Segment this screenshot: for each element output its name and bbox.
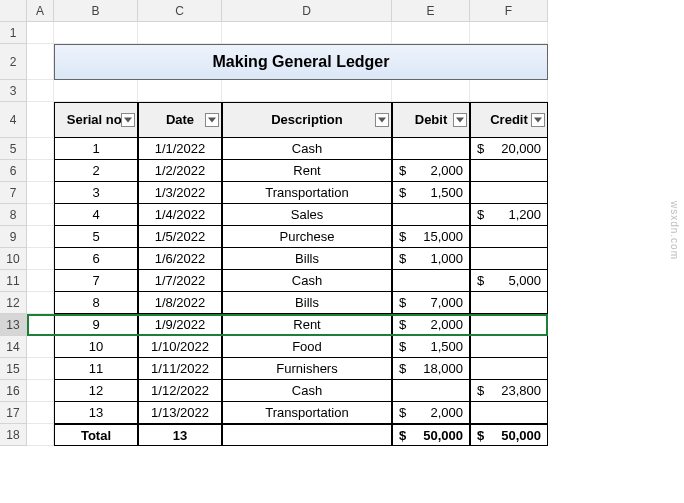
cell-serial[interactable]: 13 (54, 402, 138, 424)
row-header-18[interactable]: 18 (0, 424, 27, 446)
cell-date[interactable]: 1/2/2022 (138, 160, 222, 182)
cell-debit[interactable]: $2,000 (392, 160, 470, 182)
total-credit-cell[interactable]: $50,000 (470, 424, 548, 446)
cell-description[interactable]: Cash (222, 270, 392, 292)
cell-debit[interactable]: $1,500 (392, 336, 470, 358)
cell-serial[interactable]: 2 (54, 160, 138, 182)
column-header-F[interactable]: F (470, 0, 548, 22)
filter-serial-no-icon[interactable] (121, 113, 135, 127)
cell-description[interactable]: Rent (222, 160, 392, 182)
cell-description[interactable]: Bills (222, 248, 392, 270)
row-header-8[interactable]: 8 (0, 204, 27, 226)
cell-credit[interactable] (470, 358, 548, 380)
filter-debit-icon[interactable] (453, 113, 467, 127)
cell[interactable] (54, 22, 138, 44)
cell-credit[interactable] (470, 402, 548, 424)
cell-date[interactable]: 1/10/2022 (138, 336, 222, 358)
cell[interactable] (222, 80, 392, 102)
row-header-12[interactable]: 12 (0, 292, 27, 314)
table-header-credit[interactable]: Credit (470, 102, 548, 138)
cell[interactable] (392, 80, 470, 102)
cell-serial[interactable]: 3 (54, 182, 138, 204)
cell-credit[interactable] (470, 248, 548, 270)
total-count-cell[interactable]: 13 (138, 424, 222, 446)
cell-serial[interactable]: 10 (54, 336, 138, 358)
cell-debit[interactable]: $2,000 (392, 314, 470, 336)
cell[interactable] (392, 22, 470, 44)
cell-serial[interactable]: 4 (54, 204, 138, 226)
cell-credit[interactable] (470, 292, 548, 314)
cell-date[interactable]: 1/13/2022 (138, 402, 222, 424)
cell-credit[interactable] (470, 160, 548, 182)
cell-debit[interactable] (392, 138, 470, 160)
cell[interactable] (27, 292, 54, 314)
table-header-debit[interactable]: Debit (392, 102, 470, 138)
cell-credit[interactable] (470, 182, 548, 204)
cell-debit[interactable] (392, 270, 470, 292)
cell-serial[interactable]: 8 (54, 292, 138, 314)
cell-date[interactable]: 1/6/2022 (138, 248, 222, 270)
cell-description[interactable]: Cash (222, 380, 392, 402)
cell[interactable] (27, 138, 54, 160)
row-header-6[interactable]: 6 (0, 160, 27, 182)
cell-description[interactable]: Furnishers (222, 358, 392, 380)
row-header-2[interactable]: 2 (0, 44, 27, 80)
cell[interactable] (27, 182, 54, 204)
cell-serial[interactable]: 1 (54, 138, 138, 160)
cell[interactable] (27, 44, 54, 80)
row-header-5[interactable]: 5 (0, 138, 27, 160)
column-header-D[interactable]: D (222, 0, 392, 22)
table-header-description[interactable]: Description (222, 102, 392, 138)
cell-serial[interactable]: 7 (54, 270, 138, 292)
cell-serial[interactable]: 5 (54, 226, 138, 248)
cell[interactable] (27, 270, 54, 292)
cell-debit[interactable]: $7,000 (392, 292, 470, 314)
cell[interactable] (138, 22, 222, 44)
total-label-cell[interactable]: Total (54, 424, 138, 446)
row-header-3[interactable]: 3 (0, 80, 27, 102)
cell-date[interactable]: 1/12/2022 (138, 380, 222, 402)
row-header-1[interactable]: 1 (0, 22, 27, 44)
cell-debit[interactable]: $18,000 (392, 358, 470, 380)
row-header-13[interactable]: 13 (0, 314, 27, 336)
cell-date[interactable]: 1/4/2022 (138, 204, 222, 226)
cell[interactable] (27, 226, 54, 248)
cell-debit[interactable] (392, 204, 470, 226)
cell-credit[interactable] (470, 226, 548, 248)
cell[interactable] (27, 380, 54, 402)
row-header-17[interactable]: 17 (0, 402, 27, 424)
filter-credit-icon[interactable] (531, 113, 545, 127)
column-header-B[interactable]: B (54, 0, 138, 22)
cell-debit[interactable]: $1,500 (392, 182, 470, 204)
cell-date[interactable]: 1/11/2022 (138, 358, 222, 380)
cell[interactable] (54, 80, 138, 102)
cell[interactable] (27, 160, 54, 182)
cell-serial[interactable]: 6 (54, 248, 138, 270)
total-debit-cell[interactable]: $50,000 (392, 424, 470, 446)
cell-description[interactable]: Transportation (222, 402, 392, 424)
cell[interactable] (470, 80, 548, 102)
cell-serial[interactable]: 9 (54, 314, 138, 336)
row-header-9[interactable]: 9 (0, 226, 27, 248)
cell-description[interactable]: Food (222, 336, 392, 358)
cell-debit[interactable]: $2,000 (392, 402, 470, 424)
table-header-date[interactable]: Date (138, 102, 222, 138)
cell[interactable] (27, 248, 54, 270)
cell-debit[interactable]: $15,000 (392, 226, 470, 248)
row-header-11[interactable]: 11 (0, 270, 27, 292)
cell[interactable] (222, 22, 392, 44)
cell-credit[interactable] (470, 336, 548, 358)
cell-credit[interactable] (470, 314, 548, 336)
cell-date[interactable]: 1/7/2022 (138, 270, 222, 292)
cell-serial[interactable]: 12 (54, 380, 138, 402)
cell-credit[interactable]: $1,200 (470, 204, 548, 226)
cell-date[interactable]: 1/1/2022 (138, 138, 222, 160)
cell[interactable] (27, 204, 54, 226)
cell-debit[interactable] (392, 380, 470, 402)
row-header-7[interactable]: 7 (0, 182, 27, 204)
cell[interactable] (27, 314, 54, 336)
table-header-serial-no[interactable]: Serial no. (54, 102, 138, 138)
cell[interactable] (138, 80, 222, 102)
column-header-A[interactable]: A (27, 0, 54, 22)
cell[interactable] (470, 22, 548, 44)
